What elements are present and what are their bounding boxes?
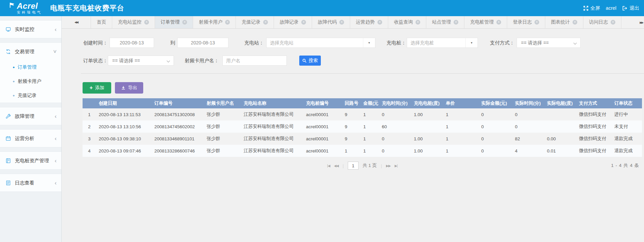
station-select[interactable]: 选择充电站 ▼ — [266, 38, 375, 48]
date-from-input[interactable] — [110, 38, 154, 48]
tab-close-icon[interactable]: × — [339, 20, 344, 25]
tab-item[interactable]: 故障代码× — [312, 16, 350, 28]
prev-page-button[interactable]: ◀◀ — [334, 164, 338, 168]
table-cell: 微信扫码支付 — [576, 120, 612, 133]
export-label: 导出 — [128, 85, 137, 91]
tab-item[interactable]: 登录日志× — [507, 16, 545, 28]
table-cell: acrel00001 — [303, 108, 342, 120]
table-header-cell[interactable]: 金额(元 — [361, 98, 379, 108]
table-header-cell[interactable]: 订单编号 — [152, 98, 204, 108]
tab-item[interactable]: 订单管理× — [155, 16, 193, 28]
tab-close-icon[interactable]: × — [301, 20, 306, 25]
tab-label: 故障记录 — [280, 19, 299, 25]
tab-item[interactable]: 图表统计× — [545, 16, 583, 28]
tabs-scroll-left-button[interactable]: ◀◀ — [62, 16, 91, 28]
table-header-cell[interactable]: 充电桩编号 — [303, 98, 342, 108]
order-management-panel: 创建时间： 到 充电站： 选择充电站 ▼ 充电桩： 选择充电桩 ▼ 支付方式： … — [62, 29, 644, 242]
tab-close-icon[interactable]: × — [182, 20, 187, 25]
tab-close-icon[interactable]: × — [454, 20, 458, 25]
tab-item[interactable]: 收益查询× — [388, 16, 426, 28]
pager-separator: | — [381, 163, 382, 168]
tab-label: 充电桩管理 — [470, 19, 494, 25]
tab-item[interactable]: 充电站监控× — [112, 16, 155, 28]
table-cell: acrel00001 — [303, 133, 342, 145]
sidebar-subitem[interactable]: ◆订单管理 — [0, 60, 61, 74]
fullscreen-button[interactable]: 全屏 — [583, 5, 600, 11]
archive-icon — [5, 158, 11, 164]
tab-item[interactable]: 充值记录× — [236, 16, 274, 28]
table-cell: 2008134751302008 — [152, 108, 204, 120]
pile-select[interactable]: 选择充电桩 ▼ — [407, 38, 478, 48]
card-user-input[interactable] — [222, 56, 287, 66]
sidebar-group: 日志查看‹ — [0, 174, 61, 192]
page-number-input[interactable] — [348, 162, 359, 170]
tab-item[interactable]: 首页 — [91, 16, 112, 28]
sidebar-item-label: 实时监控 — [15, 26, 34, 33]
tab-item[interactable]: 故障记录× — [274, 16, 312, 28]
chevron-icon: ‹ — [55, 113, 57, 119]
date-to-input[interactable] — [177, 38, 228, 48]
sidebar-item[interactable]: 交易管理˅ — [0, 43, 61, 60]
tab-close-icon[interactable]: × — [416, 20, 420, 25]
table-header-cell[interactable]: 充电电能(度) — [411, 98, 443, 108]
search-button[interactable]: 搜索 — [299, 56, 321, 66]
sidebar-item[interactable]: 日志查看‹ — [0, 174, 61, 192]
table-cell: 江苏安科瑞制造有限公司 — [241, 133, 303, 145]
tab-close-icon[interactable]: × — [534, 20, 539, 25]
tab-close-icon[interactable]: × — [496, 20, 501, 25]
table-row[interactable]: 12020-08-13 13:11:532008134751302008张少群江… — [83, 108, 642, 120]
table-cell: 微信扫码支付 — [576, 108, 612, 120]
table-row[interactable]: 32020-08-13 09:38:102008133468901101张少群江… — [83, 133, 642, 145]
table-header-cell[interactable]: 实际电能(度) — [544, 98, 576, 108]
next-page-button[interactable]: ▶▶ — [386, 164, 391, 168]
add-label: 添加 — [95, 85, 104, 91]
tab-label: 收益查询 — [394, 19, 413, 25]
tab-close-icon[interactable]: × — [377, 20, 382, 25]
table-header-cell[interactable]: 创建日期 — [96, 98, 152, 108]
add-button[interactable]: + 添加 — [83, 82, 111, 94]
table-header-cell[interactable]: 充电时间(分) — [379, 98, 411, 108]
tab-close-icon[interactable]: × — [611, 20, 615, 25]
table-header-cell[interactable]: 单价 — [443, 98, 479, 108]
sidebar-item[interactable]: 运营分析‹ — [0, 130, 61, 147]
tab-item[interactable]: 访问日志× — [583, 16, 621, 28]
table-header-cell[interactable]: 支付方式 — [576, 98, 612, 108]
tab-close-icon[interactable]: × — [573, 20, 577, 25]
logout-button[interactable]: 退出 — [622, 5, 639, 11]
sidebar-item[interactable]: 实时监控‹ — [0, 21, 61, 38]
tab-close-icon[interactable]: × — [144, 20, 149, 25]
tab-item[interactable]: 站点管理× — [426, 16, 464, 28]
first-page-button[interactable]: |◀ — [327, 164, 330, 168]
sidebar-item[interactable]: 故障管理‹ — [0, 107, 61, 125]
sidebar-subitem[interactable]: ◆充值记录 — [0, 89, 61, 103]
last-page-button[interactable]: ▶| — [395, 164, 397, 168]
table-header-cell[interactable]: 订单状态 — [612, 98, 642, 108]
table-cell: 82 — [512, 133, 544, 145]
pay-method-value: == 请选择 == — [521, 40, 549, 45]
pager-separator: | — [342, 163, 344, 168]
table-header-cell[interactable]: 回路号 — [342, 98, 361, 108]
order-status-select[interactable]: == 请选择 == — [108, 56, 174, 66]
table-row[interactable]: 42020-08-13 09:07:462008133286600746张少群江… — [83, 145, 642, 157]
tab-item[interactable]: 射频卡用户× — [193, 16, 236, 28]
sidebar-subitem[interactable]: ◆射频卡用户 — [0, 74, 61, 89]
sidebar-item-label: 日志查看 — [15, 180, 34, 186]
tab-label: 图表统计 — [551, 19, 570, 25]
table-header-cell[interactable]: 实际时间(分) — [512, 98, 544, 108]
tab-close-icon[interactable]: × — [225, 20, 230, 25]
tab-item[interactable]: 充电桩管理× — [464, 16, 507, 28]
table-header-cell[interactable]: 实际金额(元) — [479, 98, 512, 108]
sidebar-item[interactable]: 充电桩资产管理‹ — [0, 152, 61, 169]
pay-method-select[interactable]: == 请选择 == — [517, 38, 581, 48]
table-header-cell[interactable]: 充电站名称 — [241, 98, 303, 108]
table-row[interactable]: 22020-08-13 13:10:562008134745602002张少群江… — [83, 120, 642, 133]
export-button[interactable]: 导出 — [115, 82, 143, 94]
tab-close-icon[interactable]: × — [263, 20, 268, 25]
tab-label: 订单管理 — [161, 19, 180, 25]
table-header-cell[interactable]: 射频卡用户名 — [204, 98, 241, 108]
dropdown-arrow-icon: ▼ — [363, 38, 375, 47]
tab-item[interactable]: 运营趋势× — [350, 16, 388, 28]
chevron-down-icon — [574, 41, 577, 45]
tabs-scroll-right-button[interactable]: ▶▶ — [640, 16, 643, 29]
tab-label: 登录日志 — [513, 19, 532, 25]
